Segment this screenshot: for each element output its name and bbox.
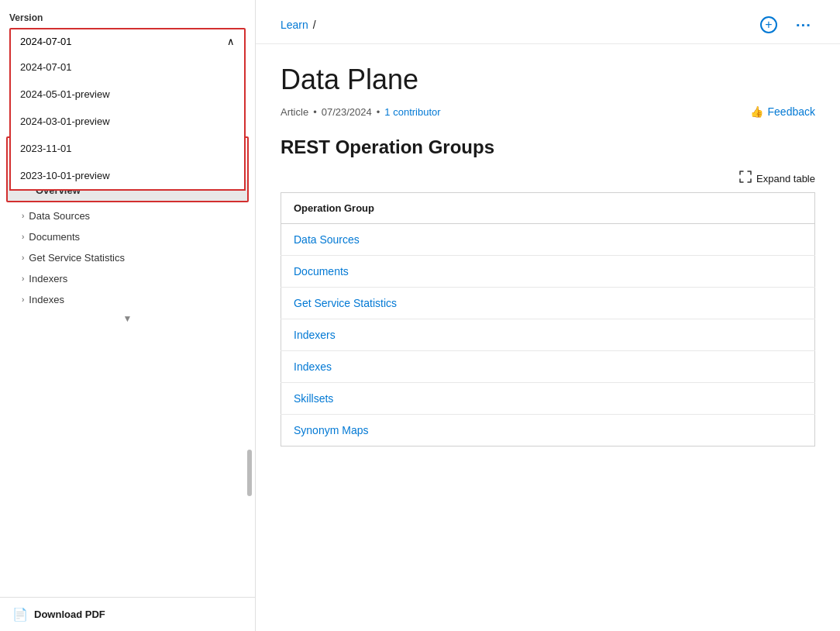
operation-groups-table: Operation Group Data SourcesDocumentsGet… <box>281 192 815 447</box>
nav-label: Indexers <box>29 273 67 284</box>
more-options-button[interactable]: ⋯ <box>790 12 815 37</box>
nav-item-indexers[interactable]: › Indexers <box>0 268 255 289</box>
section-title: REST Operation Groups <box>281 136 815 158</box>
operation-group-link[interactable]: Synonym Maps <box>294 424 368 436</box>
breadcrumb-learn-link[interactable]: Learn <box>281 19 308 31</box>
table-cell-operation-group: Indexers <box>281 319 815 351</box>
sidebar: Version 2024-07-01 ∧ 2024-07-01 2024-05-… <box>0 0 256 631</box>
table-row: Skillsets <box>281 383 815 415</box>
operation-group-link[interactable]: Skillsets <box>294 392 333 405</box>
breadcrumb: Learn / <box>281 19 316 31</box>
breadcrumb-separator: / <box>313 19 316 31</box>
feedback-label: Feedback <box>768 105 815 118</box>
nav-label: Indexes <box>29 294 64 305</box>
feedback-button[interactable]: 👍 Feedback <box>750 105 815 118</box>
plus-circle-icon: + <box>760 16 777 33</box>
operation-group-link[interactable]: Get Service Statistics <box>294 297 397 309</box>
nav-item-data-sources[interactable]: › Data Sources <box>0 205 255 226</box>
table-row: Documents <box>281 256 815 288</box>
selected-version-text: 2024-07-01 <box>20 36 72 47</box>
operation-group-link[interactable]: Indexers <box>294 329 336 341</box>
table-row: Get Service Statistics <box>281 288 815 319</box>
table-cell-operation-group: Data Sources <box>281 224 815 256</box>
download-icon: 📄 <box>12 607 28 622</box>
table-cell-operation-group: Get Service Statistics <box>281 288 815 319</box>
article-date: 07/23/2024 <box>322 106 372 118</box>
table-cell-operation-group: Skillsets <box>281 383 815 415</box>
expand-table-button[interactable]: Expand table <box>739 171 815 186</box>
scroll-down-icon: ▼ <box>123 313 133 324</box>
meta-separator-2: • <box>377 106 380 118</box>
version-dropdown-button[interactable]: 2024-07-01 ∧ <box>11 29 244 53</box>
scroll-down-indicator: ▼ <box>0 310 255 327</box>
chevron-right-icon-idxs: › <box>22 295 24 304</box>
version-dropdown-menu: 2024-07-01 2024-05-01-preview 2024-03-01… <box>9 53 246 191</box>
table-row: Indexers <box>281 319 815 351</box>
table-cell-operation-group: Synonym Maps <box>281 415 815 447</box>
version-dropdown-wrapper: 2024-07-01 ∧ 2024-07-01 2024-05-01-previ… <box>9 28 246 55</box>
page-title: Data Plane <box>281 63 815 96</box>
expand-icon <box>739 171 752 186</box>
download-pdf-label: Download PDF <box>34 609 105 620</box>
version-section: Version 2024-07-01 ∧ 2024-07-01 2024-05-… <box>0 12 255 64</box>
scrollbar-thumb[interactable] <box>247 450 252 496</box>
article-body: Data Plane Article • 07/23/2024 • 1 cont… <box>256 44 840 465</box>
more-icon: ⋯ <box>795 16 811 34</box>
contributor-link[interactable]: 1 contributor <box>384 106 440 118</box>
operation-group-link[interactable]: Indexes <box>294 360 332 373</box>
table-row: Indexes <box>281 351 815 383</box>
table-toolbar: Expand table <box>281 171 815 186</box>
table-cell-operation-group: Documents <box>281 256 815 288</box>
table-header-operation-group: Operation Group <box>281 193 815 224</box>
add-button[interactable]: + <box>756 12 781 37</box>
meta-separator-1: • <box>313 106 317 118</box>
nav-label: Get Service Statistics <box>29 252 125 264</box>
nav-item-get-service-stats[interactable]: › Get Service Statistics <box>0 247 255 268</box>
main-content: Learn / + ⋯ Data Plane Article • 07/23/2… <box>256 0 840 631</box>
table-row: Data Sources <box>281 224 815 256</box>
download-pdf-button[interactable]: 📄 Download PDF <box>0 597 255 631</box>
table-cell-operation-group: Indexes <box>281 351 815 383</box>
article-type: Article <box>281 106 308 118</box>
version-option-5[interactable]: 2023-10-01-preview <box>11 162 244 189</box>
nav-item-indexes[interactable]: › Indexes <box>0 289 255 310</box>
version-label: Version <box>9 12 246 23</box>
article-meta: Article • 07/23/2024 • 1 contributor 👍 F… <box>281 105 815 118</box>
chevron-right-icon-doc: › <box>22 233 24 241</box>
version-option-3[interactable]: 2024-03-01-preview <box>11 108 244 135</box>
version-option-1[interactable]: 2024-07-01 <box>11 53 244 81</box>
top-bar-actions: + ⋯ <box>756 12 815 37</box>
feedback-thumb-icon: 👍 <box>750 105 763 118</box>
version-option-2[interactable]: 2024-05-01-preview <box>11 81 244 108</box>
operation-group-link[interactable]: Data Sources <box>294 233 360 246</box>
top-bar: Learn / + ⋯ <box>256 0 840 44</box>
chevron-right-icon-ds: › <box>22 212 24 220</box>
chevron-right-icon-gss: › <box>22 253 24 262</box>
chevron-up-icon: ∧ <box>227 36 235 47</box>
nav-label: Data Sources <box>29 210 90 222</box>
version-option-4[interactable]: 2023-11-01 <box>11 135 244 162</box>
nav-item-documents[interactable]: › Documents <box>0 226 255 247</box>
expand-table-label: Expand table <box>756 173 815 184</box>
table-row: Synonym Maps <box>281 415 815 447</box>
chevron-right-icon-idx: › <box>22 274 24 283</box>
operation-group-link[interactable]: Documents <box>294 265 349 278</box>
meta-left: Article • 07/23/2024 • 1 contributor <box>281 106 441 118</box>
nav-label: Documents <box>29 231 80 243</box>
